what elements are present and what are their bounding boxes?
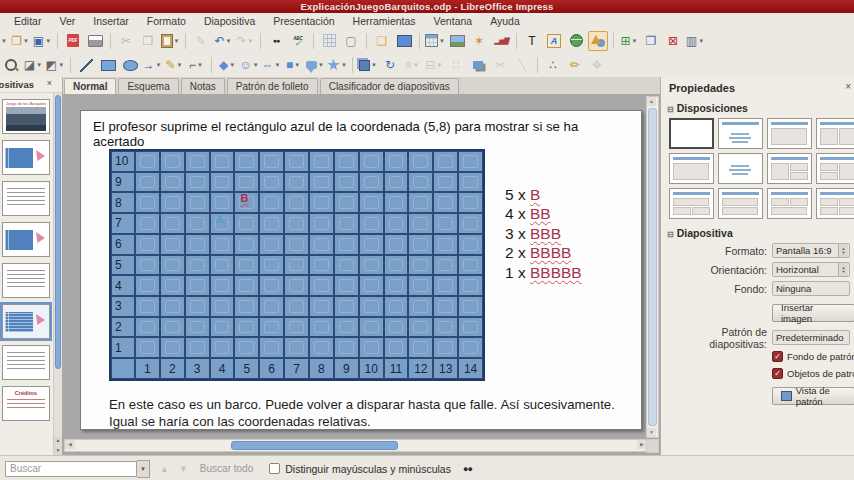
close-icon[interactable]: × <box>47 78 52 88</box>
grid-cell-2-9[interactable] <box>160 172 185 193</box>
grid-cell-6-1[interactable] <box>259 337 284 358</box>
grid-cell-4-3[interactable] <box>210 296 235 317</box>
grid-cell-4-2[interactable] <box>210 317 235 338</box>
grid-cell-2-10[interactable] <box>160 151 185 172</box>
grid-cell-4-7[interactable]: A <box>210 213 235 234</box>
grid-cell-13-5[interactable] <box>433 255 458 276</box>
basic-shapes-icon[interactable]: ◆▼ <box>217 55 237 75</box>
insert-image-icon[interactable] <box>447 31 467 51</box>
grid-cell-9-1[interactable] <box>334 337 359 358</box>
grid-cell-10-9[interactable] <box>359 172 384 193</box>
slide-thumbnail-7[interactable] <box>2 345 50 380</box>
align-objects-icon[interactable]: ≡▼ <box>402 55 422 75</box>
open-icon[interactable]: ❐▼ <box>10 31 30 51</box>
grid-cell-11-10[interactable] <box>384 151 409 172</box>
grid-cell-3-5[interactable] <box>185 255 210 276</box>
distribution-icon[interactable]: ∷ <box>446 55 466 75</box>
grid-cell-5-6[interactable] <box>234 234 259 255</box>
layout-blank[interactable] <box>669 118 714 149</box>
grid-cell-10-7[interactable] <box>359 213 384 234</box>
grid-cell-6-6[interactable] <box>259 234 284 255</box>
copy-icon[interactable]: ❐ <box>138 31 158 51</box>
grid-cell-12-6[interactable] <box>408 234 433 255</box>
grid-cell-10-4[interactable] <box>359 275 384 296</box>
grid-cell-9-2[interactable] <box>334 317 359 338</box>
dropdown-arrow-icon[interactable]: ▼ <box>45 38 51 44</box>
vertical-scrollbar[interactable]: ▲ ▼ <box>646 96 659 438</box>
grid-cell-13-9[interactable] <box>433 172 458 193</box>
grid-cell-5-2[interactable] <box>234 317 259 338</box>
grid-cell-2-7[interactable] <box>160 213 185 234</box>
dropdown-arrow-icon[interactable]: ▼ <box>437 62 443 68</box>
field-fondo-select[interactable]: Ninguna <box>772 281 850 296</box>
rectangle-icon[interactable] <box>98 55 118 75</box>
scrollbar-thumb[interactable] <box>55 95 61 369</box>
grid-cell-9-8[interactable] <box>334 192 359 213</box>
grid-cell-5-1[interactable] <box>234 337 259 358</box>
curve-icon[interactable]: ✎▼ <box>164 55 184 75</box>
grid-cell-9-5[interactable] <box>334 255 359 276</box>
grid-cell-2-4[interactable] <box>160 275 185 296</box>
grid-cell-10-10[interactable] <box>359 151 384 172</box>
match-case-checkbox[interactable] <box>269 463 280 474</box>
grid-cell-9-4[interactable] <box>334 275 359 296</box>
grid-cell-5-3[interactable] <box>234 296 259 317</box>
shadow-icon[interactable] <box>468 55 488 75</box>
grid-cell-5-5[interactable] <box>234 255 259 276</box>
export-pdf-icon[interactable] <box>63 31 83 51</box>
grid-cell-8-7[interactable] <box>309 213 334 234</box>
dropdown-arrow-icon[interactable]: ▼ <box>439 38 445 44</box>
grid-cell-5-4[interactable] <box>234 275 259 296</box>
dropdown-arrow-icon[interactable]: ▼ <box>177 62 183 68</box>
menu-editar[interactable]: Editar <box>5 15 50 27</box>
grid-cell-12-2[interactable] <box>408 317 433 338</box>
dropdown-arrow-icon[interactable]: ▼ <box>275 62 281 68</box>
grid-cell-7-1[interactable] <box>284 337 309 358</box>
dropdown-arrow-icon[interactable]: ▼ <box>229 62 235 68</box>
grid-cell-3-3[interactable] <box>185 296 210 317</box>
layout-title-content-centered[interactable] <box>718 118 763 149</box>
rotate-icon[interactable]: ↻ <box>380 55 400 75</box>
slide-thumbnail-3[interactable] <box>2 181 50 216</box>
hyperlink-icon[interactable] <box>566 31 586 51</box>
grid-cell-13-8[interactable] <box>433 192 458 213</box>
grid-cell-9-9[interactable] <box>334 172 359 193</box>
dropdown-arrow-icon[interactable]: ▼ <box>248 38 254 44</box>
grid-cell-3-10[interactable] <box>185 151 210 172</box>
grid-cell-12-5[interactable] <box>408 255 433 276</box>
grid-cell-1-10[interactable] <box>135 151 160 172</box>
grid-cell-12-7[interactable] <box>408 213 433 234</box>
dropdown-arrow-icon[interactable]: ▼ <box>294 62 300 68</box>
find-previous-icon[interactable]: ▲ <box>160 464 169 474</box>
layouts-section-header[interactable]: ⊟Disposiciones <box>661 94 854 114</box>
stars-icon[interactable]: ▼ <box>327 55 347 75</box>
grid-cell-5-9[interactable] <box>234 172 259 193</box>
grid-cell-4-8[interactable] <box>210 192 235 213</box>
callouts-icon[interactable]: ▼ <box>305 55 325 75</box>
grid-cell-11-2[interactable] <box>384 317 409 338</box>
grid-cell-3-2[interactable] <box>185 317 210 338</box>
dropdown-arrow-icon[interactable]: ▼ <box>1 38 7 44</box>
display-grid-icon[interactable] <box>319 31 339 51</box>
paste-icon[interactable]: ▼ <box>160 31 180 51</box>
slide-section-header[interactable]: ⊟Diapositiva <box>661 219 854 239</box>
tab-normal[interactable]: Normal <box>64 78 116 94</box>
layout-title-2content-content[interactable] <box>816 153 854 184</box>
menu-diapositiva[interactable]: Diapositiva <box>195 15 264 27</box>
grid-cell-14-6[interactable] <box>458 234 483 255</box>
grid-cell-9-3[interactable] <box>334 296 359 317</box>
grid-cell-10-1[interactable] <box>359 337 384 358</box>
crop-icon[interactable]: ✂ <box>490 55 510 75</box>
grid-cell-4-1[interactable] <box>210 337 235 358</box>
dropdown-arrow-icon[interactable]: ▼ <box>23 38 29 44</box>
grid-cell-3-1[interactable] <box>185 337 210 358</box>
slide-canvas[interactable]: El profesor suprime el rectángulo azul d… <box>80 110 642 430</box>
grid-cell-13-6[interactable] <box>433 234 458 255</box>
layout-title-four-content[interactable] <box>816 188 854 219</box>
grid-cell-7-4[interactable] <box>284 275 309 296</box>
grid-cell-10-6[interactable] <box>359 234 384 255</box>
show-draw-functions-icon[interactable] <box>588 31 608 51</box>
dropdown-arrow-icon[interactable]: ▼ <box>413 62 419 68</box>
scrollbar-thumb[interactable] <box>231 441 398 450</box>
insert-chart-icon[interactable]: ▂▅▇ <box>491 31 511 51</box>
